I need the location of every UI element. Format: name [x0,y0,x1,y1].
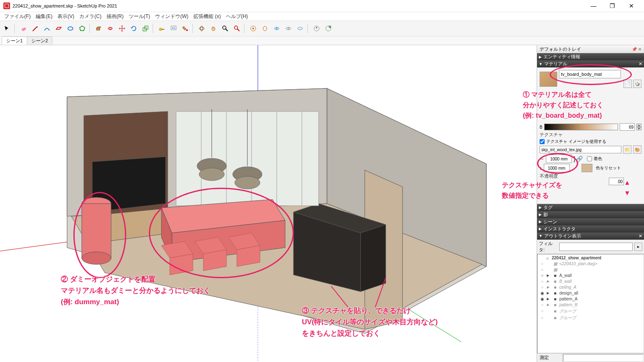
outliner-tree[interactable]: ⌂ 220412_show_apartment ○▦<220410_plan.d… [537,254,644,353]
svg-point-9 [199,27,204,30]
panel-outliner[interactable]: ▼アウトライン表示✕ [537,233,644,240]
menu-window[interactable]: ウィンドウ(W) [153,12,191,21]
svg-point-19 [329,26,331,28]
outliner-root[interactable]: ⌂ 220412_show_apartment [538,255,643,261]
edit-texture-icon[interactable]: 🎨 [633,145,641,154]
svg-point-5 [159,28,162,31]
tape-tool[interactable] [156,23,167,34]
ext-tool-5[interactable] [295,23,306,34]
ext-tool-7[interactable] [323,23,334,34]
text-tool[interactable]: A1 [168,23,179,34]
eraser-tool[interactable] [18,23,29,34]
link-icon[interactable]: }🔗 [574,155,583,162]
menu-view[interactable]: 表示(V) [55,12,77,21]
ext-tool-6[interactable] [311,23,322,34]
reset-color-label[interactable]: 色をリセット [596,165,621,171]
svg-point-15 [288,28,289,29]
svg-point-12 [234,26,238,29]
pan-tool[interactable] [208,23,219,34]
material-name-input[interactable] [559,70,621,78]
outliner-item[interactable]: ○▶■B_wall [538,279,643,284]
move-tool[interactable] [117,23,127,34]
menu-file[interactable]: ファイル(F) [2,12,33,21]
b-label: B [540,125,543,129]
pushpull-tool[interactable] [93,23,104,34]
b-slider[interactable] [544,124,618,130]
menu-draw[interactable]: 描画(R) [104,12,126,21]
scene-tab-1[interactable]: シーン1 [2,36,27,45]
zoom-extents-tool[interactable] [231,23,242,34]
colorize-checkbox[interactable]: 着色 [587,156,602,162]
ext-tool-3[interactable] [271,23,282,34]
circle-tool[interactable] [65,23,76,34]
default-tray: デフォルトのトレイ 📌 ✕ ▶エンティティ情報 ▼マテリアル✕ 📄 🎲 [537,45,644,362]
reset-color-swatch[interactable] [582,164,592,172]
texture-height-input[interactable] [544,164,570,172]
menu-extensions[interactable]: 拡張機能 (x) [191,12,223,21]
polygon-tool[interactable] [77,23,88,34]
width-icon: ↔ [540,156,544,161]
ext-tool-1[interactable] [248,23,259,34]
texture-file-input[interactable] [540,146,621,153]
measurement-input[interactable] [563,354,644,362]
menu-help[interactable]: ヘルプ(H) [223,12,251,21]
panel-scenes[interactable]: ▶シーン [537,218,644,225]
scale-tool[interactable] [140,23,151,34]
ext-tool-4[interactable] [283,23,294,34]
outliner-item[interactable]: ○▶■A_wall [538,273,643,279]
line-tool[interactable] [30,23,41,34]
outliner-options-icon[interactable]: ▸ [634,243,642,251]
svg-point-49 [82,252,111,264]
titlebar: 220412_show_apartment.skp - SketchUp Pro… [0,0,644,12]
panel-shadows[interactable]: ▶影 [537,211,644,218]
panel-tags[interactable]: ▶タグ [537,204,644,211]
b-value-input[interactable] [620,123,635,131]
rotate-tool[interactable] [128,23,139,34]
zoom-tool[interactable] [220,23,231,34]
use-texture-checkbox[interactable]: テクスチャ イメージを使用する [540,139,641,145]
opacity-label: 不透明度 [540,173,641,179]
pin-icon[interactable]: 📌 ✕ [632,47,641,52]
texture-width-input[interactable] [546,155,572,163]
maximize-button[interactable]: ❐ [603,0,622,12]
b-spinner[interactable]: ▲▼ [636,124,641,130]
rectangle-tool[interactable] [53,23,64,34]
menubar: ファイル(F) 編集(E) 表示(V) カメラ(C) 描画(R) ツール(T) … [0,12,644,21]
panel-entity-info[interactable]: ▶エンティティ情報 [537,53,644,60]
outliner-item[interactable]: ○▶■pattern_B [538,302,643,308]
svg-point-10 [200,26,203,31]
viewport[interactable]: ② ダミーオブジェクトを配置 マテリアル名もダミーと分かるようにしておく (例:… [0,45,537,362]
ext-tool-2[interactable] [260,23,270,34]
arc-tool[interactable] [42,23,52,34]
material-sample-icon[interactable]: 🎲 [633,80,641,88]
height-icon: ↕ [540,165,542,171]
panel-instructor[interactable]: ▶インストラクタ [537,225,644,233]
minimize-button[interactable]: — [584,0,603,12]
panel-material[interactable]: ▼マテリアル✕ [537,60,644,67]
outliner-item[interactable]: ◉▶■pattern_A [538,296,643,302]
filter-label: フィルタ: [539,240,558,253]
material-swatch[interactable] [540,72,557,87]
svg-point-11 [223,26,226,29]
outliner-item[interactable]: ○▶■ceiling_A [538,284,643,290]
menu-camera[interactable]: カメラ(C) [77,12,104,21]
orbit-tool[interactable] [196,23,207,34]
outliner-item[interactable]: ○■グループ [538,308,643,315]
menu-edit[interactable]: 編集(E) [33,12,55,21]
paint-tool[interactable] [180,23,191,34]
svg-text:A1: A1 [172,26,176,29]
scene-tab-2[interactable]: シーン2 [27,36,52,45]
close-button[interactable]: ✕ [622,0,641,12]
svg-point-46 [235,176,260,189]
outliner-item[interactable]: ○▦ [538,267,643,273]
outliner-item[interactable]: ○■グループ [538,315,643,321]
outliner-filter-input[interactable] [559,243,633,251]
outliner-item[interactable]: ○▦<220410_plan.dwg> [538,261,643,267]
select-tool[interactable] [2,23,13,34]
browse-texture-icon[interactable]: 📁 [623,145,631,154]
tray-title[interactable]: デフォルトのトレイ 📌 ✕ [537,45,644,53]
offset-tool[interactable] [105,23,116,34]
menu-tools[interactable]: ツール(T) [126,12,153,21]
outliner-item[interactable]: ◉▶■design_all [538,290,643,296]
material-create-icon[interactable]: 📄 [623,80,632,88]
